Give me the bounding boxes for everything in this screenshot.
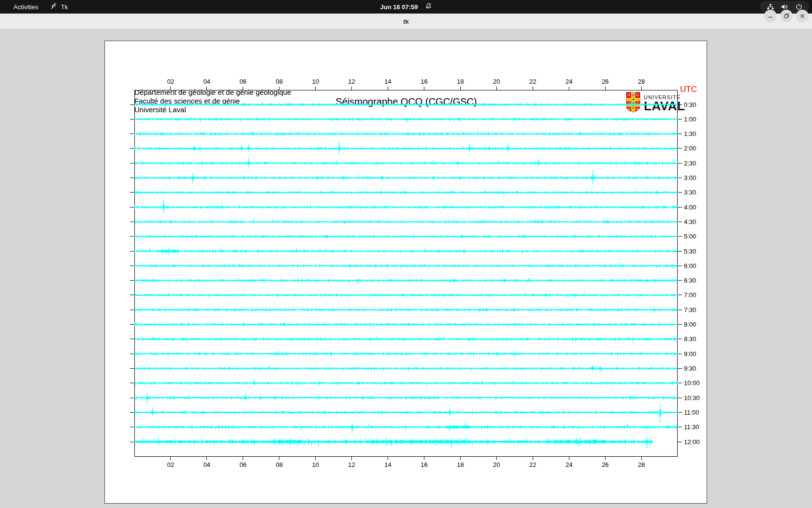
utc-time-label: 5:30 — [684, 248, 696, 255]
seismograph-window: Département de géologie et de génie géol… — [104, 41, 707, 504]
utc-time-label: 7:30 — [684, 306, 696, 314]
y-tick-left — [130, 134, 134, 134]
x-tick-top — [170, 87, 171, 90]
tk-app-icon — [50, 2, 58, 11]
utc-time-label: 4:00 — [684, 204, 696, 211]
x-tick-top — [279, 87, 279, 90]
utc-time-label: 2:00 — [684, 145, 696, 152]
y-tick-left — [130, 339, 134, 339]
x-tick-bottom — [315, 457, 316, 460]
utc-time-label: 11:00 — [684, 409, 699, 416]
x-tick-label-top: 10 — [307, 78, 324, 85]
y-tick-right — [678, 192, 682, 193]
x-tick-label-bottom: 08 — [271, 461, 288, 468]
utc-time-label: 5:00 — [684, 233, 696, 240]
x-tick-label-top: 16 — [416, 78, 432, 85]
y-tick-left — [130, 398, 134, 398]
utc-time-label: 6:30 — [684, 277, 696, 284]
x-tick-label-bottom: 22 — [524, 461, 541, 468]
y-tick-left — [130, 163, 134, 164]
x-tick-top — [315, 87, 316, 90]
y-tick-right — [678, 324, 682, 325]
x-tick-top — [424, 87, 424, 90]
x-tick-bottom — [460, 457, 461, 460]
x-tick-label-bottom: 04 — [199, 461, 215, 468]
utc-time-label: 8:00 — [684, 321, 696, 328]
utc-time-label: 10:30 — [684, 394, 700, 402]
y-tick-left — [130, 310, 134, 310]
y-tick-right — [678, 339, 682, 339]
x-tick-label-top: 14 — [380, 78, 396, 85]
clock-text[interactable]: Jun 16 07:59 — [380, 3, 418, 11]
y-tick-right — [678, 236, 682, 237]
y-tick-left — [130, 383, 134, 383]
y-tick-left — [130, 324, 134, 325]
x-tick-top — [460, 87, 461, 90]
y-tick-left — [130, 368, 134, 369]
x-tick-bottom — [496, 457, 497, 460]
y-tick-right — [678, 148, 682, 149]
x-tick-bottom — [533, 457, 533, 460]
x-tick-label-top: 24 — [561, 78, 577, 85]
x-tick-label-bottom: 26 — [597, 461, 613, 468]
window-title-bar[interactable]: tk — [0, 14, 812, 30]
x-tick-top — [243, 87, 243, 90]
x-tick-label-bottom: 12 — [344, 461, 360, 468]
utc-time-label: 9:30 — [684, 365, 696, 372]
y-tick-left — [130, 192, 134, 193]
y-tick-left — [130, 280, 134, 281]
x-tick-label-bottom: 18 — [452, 461, 468, 468]
y-tick-right — [678, 163, 682, 164]
x-tick-top — [206, 87, 207, 90]
x-tick-top — [569, 87, 569, 90]
y-tick-left — [130, 119, 134, 120]
x-tick-top — [533, 87, 533, 90]
utc-time-label: 4:30 — [684, 218, 696, 225]
focused-app-indicator[interactable]: Tk — [50, 0, 68, 14]
x-tick-label-top: 04 — [199, 78, 215, 85]
y-tick-right — [678, 427, 682, 427]
y-tick-right — [678, 383, 682, 383]
y-tick-left — [130, 207, 134, 208]
x-tick-label-top: 12 — [344, 78, 360, 85]
y-tick-right — [678, 280, 682, 281]
maximize-button[interactable] — [780, 10, 793, 22]
utc-time-label: 3:30 — [684, 189, 696, 196]
x-tick-label-bottom: 28 — [633, 461, 650, 468]
utc-time-label: 6:00 — [684, 262, 696, 269]
utc-time-label: 3:00 — [684, 174, 696, 181]
y-tick-right — [678, 178, 682, 178]
x-tick-bottom — [424, 457, 424, 460]
y-tick-right — [678, 251, 682, 252]
y-tick-left — [130, 236, 134, 237]
utc-time-label: 8:30 — [684, 335, 696, 343]
x-tick-label-bottom: 20 — [488, 461, 505, 468]
utc-time-label: 0:30 — [684, 101, 696, 108]
x-tick-label-bottom: 14 — [380, 461, 396, 468]
y-tick-left — [130, 178, 134, 178]
top-bar: Activities Tk Jun 16 07:59 — [0, 0, 812, 14]
x-tick-bottom — [569, 457, 569, 460]
x-tick-label-bottom: 02 — [162, 461, 179, 468]
x-tick-label-bottom: 16 — [416, 461, 432, 468]
y-tick-right — [678, 398, 682, 398]
close-button[interactable] — [796, 10, 809, 22]
y-tick-right — [678, 354, 682, 354]
x-tick-label-top: 08 — [271, 78, 288, 85]
x-tick-label-bottom: 10 — [307, 461, 324, 468]
clock-area: Jun 16 07:59 — [0, 0, 812, 14]
activities-button[interactable]: Activities — [9, 0, 43, 14]
y-tick-right — [678, 412, 682, 413]
x-tick-label-bottom: 24 — [561, 461, 577, 468]
x-tick-top — [641, 87, 642, 90]
x-tick-bottom — [279, 457, 279, 460]
x-tick-bottom — [388, 457, 388, 460]
x-tick-bottom — [351, 457, 352, 460]
y-tick-right — [678, 310, 682, 310]
y-tick-right — [678, 222, 682, 222]
minimize-button[interactable] — [764, 10, 777, 22]
window-title: tk — [0, 14, 812, 30]
x-tick-label-top: 02 — [162, 78, 179, 85]
y-tick-right — [678, 134, 682, 134]
y-tick-left — [130, 295, 134, 295]
